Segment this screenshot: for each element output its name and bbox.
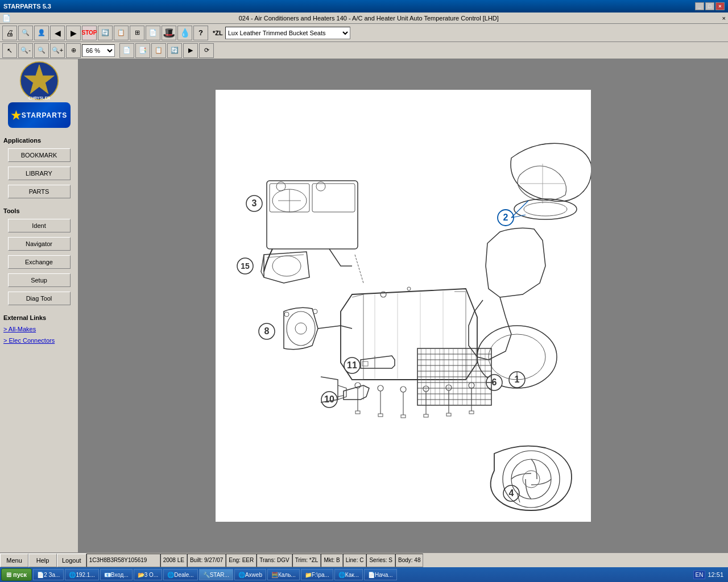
taskbar-item-7[interactable]: 🧮 Каль... <box>267 569 300 580</box>
help-button[interactable]: ? <box>193 26 208 40</box>
taskbar: ⊞ пуск 📄 2 За... 🌐 192.1... 📧 Вход... 📂 … <box>0 567 728 582</box>
drop-button[interactable]: 💧 <box>177 26 192 40</box>
toolbar1: 🖨 🔍 👤 ◀ ▶ STOP 🔄 📋 ⊞ 📄 🎩 💧 ? *ZL Lux Lea… <box>0 24 728 42</box>
zoom-in-button[interactable]: 🔍+ <box>50 43 65 58</box>
reset-button[interactable]: ⟳ <box>199 43 214 58</box>
variant-label: *ZL <box>213 30 223 36</box>
taskbar-item-6[interactable]: 🌐 Axweb <box>234 569 266 580</box>
bookmark-button[interactable]: BOOKMARK <box>8 148 71 162</box>
chrysler-star-icon: CHRYSLER <box>19 61 59 101</box>
new-doc-icon: 📄 <box>2 14 11 22</box>
menu-button[interactable]: Menu <box>0 554 28 567</box>
vin-field: 1C3H8B3R58Y105619 <box>86 554 160 567</box>
svg-text:10: 10 <box>324 394 334 404</box>
setup-button[interactable]: Setup <box>8 273 71 287</box>
back-button[interactable]: ◀ <box>50 26 65 40</box>
start-label: пуск <box>13 571 27 578</box>
body-field: Body: 48 <box>395 554 423 567</box>
view-list-button[interactable]: 📑 <box>135 43 150 58</box>
trim-field: Trim: *ZL <box>292 554 321 567</box>
taskbar-item-8[interactable]: 📁 F:\pa... <box>301 569 333 580</box>
play-button[interactable]: ▶ <box>183 43 198 58</box>
close-button[interactable]: × <box>715 2 725 10</box>
refresh-button[interactable]: 🔄 <box>98 26 113 40</box>
start-icon: ⊞ <box>6 571 11 579</box>
stop-button[interactable]: STOP <box>82 26 97 40</box>
taskbar-item-0[interactable]: 📄 2 За... <box>33 569 64 580</box>
ident-button[interactable]: Ident <box>8 219 71 232</box>
start-button[interactable]: ⊞ пуск <box>1 568 32 581</box>
taskbar-item-9[interactable]: 🌐 Как... <box>334 569 363 580</box>
svg-text:15: 15 <box>241 261 250 271</box>
diagram-container: 3 15 <box>216 90 591 522</box>
year-field: 2008 LE <box>160 554 187 567</box>
line-field: Line: C <box>343 554 367 567</box>
print-button[interactable]: 🖨 <box>2 26 17 40</box>
library-button[interactable]: LIBRARY <box>8 167 71 180</box>
zoom-normal-button[interactable]: 🔍 <box>34 43 49 58</box>
help-status-button[interactable]: Help <box>28 554 57 567</box>
search-button[interactable]: 🔍 <box>18 26 33 40</box>
logout-button[interactable]: Logout <box>57 554 86 567</box>
title-bar: STARPARTS 5.3 _ □ × <box>0 0 728 13</box>
grid-button[interactable]: ⊞ <box>130 26 144 40</box>
tools-section-title: Tools <box>3 207 20 214</box>
trans-field: Trans: DGV <box>257 554 292 567</box>
document-title: 024 - Air Conditioners and Heaters 140 -… <box>15 15 722 22</box>
svg-text:3: 3 <box>252 198 257 208</box>
eng-field: Eng: EER <box>226 554 257 567</box>
all-makes-link[interactable]: > All-Makes <box>3 326 36 332</box>
taskbar-item-1[interactable]: 🌐 192.1... <box>65 569 98 580</box>
diagram-svg: 3 15 <box>216 90 591 522</box>
svg-text:11: 11 <box>347 360 357 370</box>
taskbar-item-2[interactable]: 📧 Вход... <box>100 569 133 580</box>
built-field: Built: 9/27/07 <box>187 554 226 567</box>
title-bar-text: STARPARTS 5.3 <box>3 3 51 10</box>
zoom-fit-button[interactable]: ⊕ <box>66 43 81 58</box>
svg-text:8: 8 <box>264 326 270 336</box>
svg-text:2: 2 <box>503 213 508 222</box>
lang-indicator: EN <box>693 571 706 579</box>
cursor-tool[interactable]: ↖ <box>2 43 17 58</box>
starparts-logo: ★ STARPARTS <box>8 102 71 128</box>
taskbar-item-10[interactable]: 📄 Нача... <box>364 569 397 580</box>
maximize-button[interactable]: □ <box>705 2 714 10</box>
close-doc-icon[interactable]: × <box>722 15 726 22</box>
systray: EN 12:51 <box>690 568 727 581</box>
parts-button[interactable]: PARTS <box>8 185 71 198</box>
view-grid-button[interactable]: 📋 <box>151 43 166 58</box>
svg-text:CHRYSLER: CHRYSLER <box>28 96 49 100</box>
main-layout: CHRYSLER ★ STARPARTS Applications BOOKMA… <box>0 59 728 552</box>
table-button[interactable]: 📋 <box>114 26 129 40</box>
diag-tool-button[interactable]: Diag Tool <box>8 292 71 305</box>
sidebar: CHRYSLER ★ STARPARTS Applications BOOKMA… <box>0 59 78 552</box>
forward-button[interactable]: ▶ <box>66 26 81 40</box>
taskbar-clock: 12:51 <box>708 571 723 578</box>
title-bar-controls: _ □ × <box>695 2 725 10</box>
hat-button[interactable]: 🎩 <box>162 26 176 40</box>
mkt-field: Mkt: B <box>321 554 342 567</box>
exchange-button[interactable]: Exchange <box>8 255 71 269</box>
series-field: Series: S <box>366 554 395 567</box>
zoom-out-button[interactable]: 🔍- <box>18 43 33 58</box>
chrysler-logo: CHRYSLER <box>8 64 71 98</box>
minimize-button[interactable]: _ <box>695 2 704 10</box>
taskbar-item-4[interactable]: 🌐 Deale... <box>163 569 197 580</box>
applications-section-title: Applications <box>3 137 41 144</box>
taskbar-item-3[interactable]: 📂 3 О... <box>134 569 162 580</box>
taskbar-item-5[interactable]: 🔧 STAR... <box>199 569 233 580</box>
view-page-button[interactable]: 📄 <box>119 43 134 58</box>
doc-button[interactable]: 📄 <box>146 26 160 40</box>
svg-text:4: 4 <box>509 488 514 498</box>
variant-select[interactable]: Lux Leather Trimmed Bucket Seats <box>225 27 350 39</box>
navigator-button[interactable]: Navigator <box>8 237 71 251</box>
rotate-button[interactable]: 🔄 <box>167 43 182 58</box>
svg-rect-3 <box>216 90 591 522</box>
zoom-select[interactable]: 25 % 50 % 66 % 75 % 100 % 150 % <box>82 44 115 57</box>
content-area: 3 15 <box>78 59 728 552</box>
external-links-title: External Links <box>3 314 46 321</box>
toolbar2: ↖ 🔍- 🔍 🔍+ ⊕ 25 % 50 % 66 % 75 % 100 % 15… <box>0 42 728 59</box>
status-bar: Menu Help Logout 1C3H8B3R58Y105619 2008 … <box>0 552 728 567</box>
elec-connectors-link[interactable]: > Elec Connectors <box>3 337 55 344</box>
user-button[interactable]: 👤 <box>34 26 49 40</box>
